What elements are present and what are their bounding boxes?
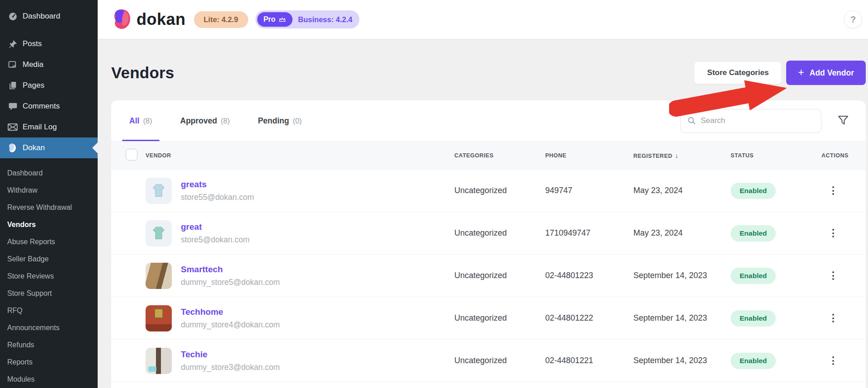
main-area: dokan Lite: 4.2.9 Pro Business: 4.2.4 ? … [98,0,868,388]
row-actions-menu-button[interactable] [830,269,837,283]
sidebar-subitem-abuse-reports[interactable]: Abuse Reports [0,233,98,251]
help-button[interactable]: ? [844,10,862,28]
business-version-badge: Business: 4.2.4 [298,15,352,24]
status-badge: Enabled [731,353,776,369]
cell-registered: September 14, 2023 [633,356,731,365]
sidebar-item-dokan[interactable]: Dokan [0,137,98,158]
search-icon [687,116,696,125]
cell-phone: 02-44801223 [545,271,633,280]
tab-all[interactable]: All(8) [129,100,152,141]
sidebar-item-posts[interactable]: Posts [0,33,98,54]
cell-registered: September 14, 2023 [633,271,731,280]
sidebar-subitem-withdraw[interactable]: Withdraw [0,182,98,199]
search-box[interactable] [680,109,821,133]
vendor-email: dummy_store4@dokan.com [181,320,280,330]
select-all-checkbox[interactable] [126,149,137,161]
filter-button[interactable] [835,113,851,129]
row-actions-menu-button[interactable] [830,226,837,240]
vendor-avatar [146,348,172,374]
sidebar-item-label: Comments [23,102,60,111]
vendor-email: dummy_store5@dokan.com [181,278,280,287]
vendor-name-link[interactable]: Techhome [181,307,280,317]
sidebar-subitem-reverse-withdrawal[interactable]: Reverse Withdrawal [0,199,98,216]
tab-approved[interactable]: Approved(8) [180,100,230,141]
dokan-icon [7,142,18,153]
media-icon [7,59,18,70]
table-row: Techiedummy_store3@dokan.comUncategorize… [111,340,866,382]
cell-phone: 1710949747 [545,228,633,238]
cell-category: Uncategorized [454,271,545,280]
table-body: greatsstore55@dokan.comUncategorized9497… [111,170,866,382]
vendor-email: store55@dokan.com [181,193,254,202]
cell-phone: 02-44801222 [545,313,633,323]
table-row: greatsstore55@dokan.comUncategorized9497… [111,170,866,212]
dokan-logo-text: dokan [137,10,186,29]
add-vendor-button[interactable]: + Add Vendor [786,61,866,85]
crown-icon [278,16,286,23]
sidebar-subitem-announcements[interactable]: Announcements [0,319,98,336]
column-registered[interactable]: Registered↓ [633,152,731,159]
vendor-name-link[interactable]: great [181,222,250,232]
sidebar-item-email-log[interactable]: Email Log [0,117,98,137]
tab-pending[interactable]: Pending(0) [258,100,302,141]
sidebar-item-label: Media [23,60,43,69]
vendor-avatar [146,178,172,204]
table-row: Techhomedummy_store4@dokan.comUncategori… [111,297,866,340]
plugin-header: dokan Lite: 4.2.9 Pro Business: 4.2.4 ? [98,0,868,39]
admin-sidebar: DashboardPostsMediaPagesCommentsEmail Lo… [0,0,98,388]
pushpin-icon [7,38,18,49]
sidebar-subitem-rfq[interactable]: RFQ [0,302,98,319]
vendor-email: dummy_store3@dokan.com [181,363,280,372]
email-icon [7,122,18,132]
sidebar-subitem-store-support[interactable]: Store Support [0,285,98,302]
sidebar-menu: DashboardPostsMediaPagesCommentsEmail Lo… [0,0,98,158]
card-header: All(8)Approved(8)Pending(0) [111,100,866,141]
sidebar-item-pages[interactable]: Pages [0,75,98,96]
comment-icon [7,101,18,112]
sidebar-item-label: Dokan [23,143,45,152]
column-actions: Actions [821,152,851,159]
tshirt-icon [150,182,168,200]
table-row: Smarttechdummy_store5@dokan.comUncategor… [111,255,866,297]
store-categories-button[interactable]: Store Categories [694,62,782,84]
vendor-email: store5@dokan.com [181,235,250,245]
sidebar-subitem-refunds[interactable]: Refunds [0,336,98,354]
search-input[interactable] [701,116,815,125]
active-menu-arrow [92,142,98,153]
sidebar-subitem-reports[interactable]: Reports [0,354,98,371]
lite-version-badge: Lite: 4.2.9 [194,11,248,28]
cell-registered: May 23, 2024 [633,228,731,238]
pro-business-badge: Pro Business: 4.2.4 [255,10,360,28]
tabs: All(8)Approved(8)Pending(0) [129,100,330,141]
sidebar-submenu: DashboardWithdrawReverse WithdrawalVendo… [0,158,98,388]
vendor-name-link[interactable]: Smarttech [181,265,280,274]
vendor-name-link[interactable]: greats [181,180,254,189]
pro-badge: Pro [257,12,293,27]
vendor-avatar [146,220,172,246]
cell-phone: 949747 [545,186,633,195]
sidebar-subitem-vendors[interactable]: Vendors [0,216,98,233]
sidebar-item-media[interactable]: Media [0,54,98,75]
sidebar-item-label: Pages [23,81,44,90]
row-actions-menu-button[interactable] [830,184,837,198]
cell-category: Uncategorized [454,228,545,238]
row-actions-menu-button[interactable] [830,354,837,368]
cell-category: Uncategorized [454,313,545,323]
sidebar-subitem-seller-badge[interactable]: Seller Badge [0,251,98,268]
pages-icon [7,80,18,91]
sidebar-subitem-store-reviews[interactable]: Store Reviews [0,268,98,285]
column-categories: Categories [454,152,545,159]
row-actions-menu-button[interactable] [830,311,837,325]
tshirt-icon [150,224,168,242]
sidebar-item-label: Email Log [23,123,57,132]
sidebar-subitem-dashboard[interactable]: Dashboard [0,165,98,182]
column-vendor: Vendor [146,152,454,159]
column-phone: Phone [545,152,633,159]
vendor-name-link[interactable]: Techie [181,350,280,360]
table-row: greatstore5@dokan.comUncategorized171094… [111,212,866,255]
sidebar-item-comments[interactable]: Comments [0,96,98,117]
cell-phone: 02-44801221 [545,356,633,365]
status-badge: Enabled [731,225,776,241]
sidebar-item-dashboard[interactable]: Dashboard [0,6,98,27]
sidebar-subitem-modules[interactable]: Modules [0,371,98,388]
